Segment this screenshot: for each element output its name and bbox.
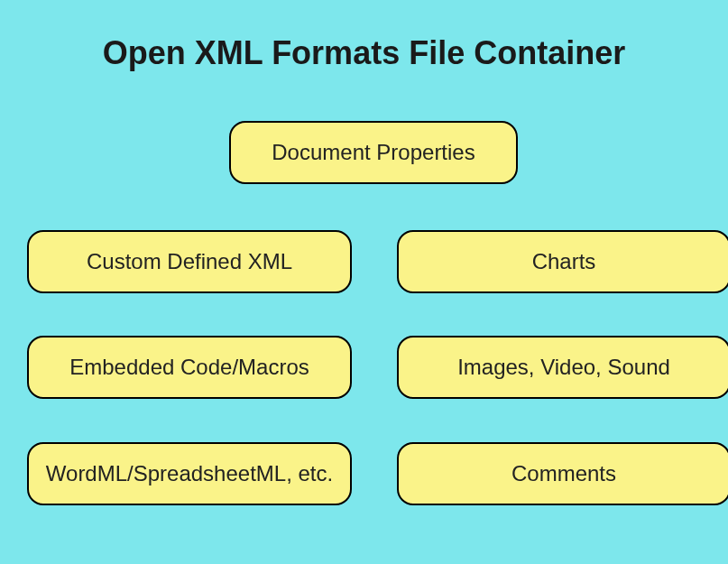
box-charts: Charts: [397, 230, 728, 293]
box-label: Custom Defined XML: [87, 249, 292, 274]
diagram-title: Open XML Formats File Container: [0, 34, 728, 72]
box-label: Images, Video, Sound: [457, 355, 670, 380]
box-wordml-spreadsheetml: WordML/SpreadsheetML, etc.: [27, 442, 352, 505]
box-images-video-sound: Images, Video, Sound: [397, 336, 728, 399]
box-embedded-code-macros: Embedded Code/Macros: [27, 336, 352, 399]
box-label: Document Properties: [272, 140, 475, 165]
box-document-properties: Document Properties: [229, 121, 518, 184]
box-label: Comments: [511, 461, 616, 486]
box-label: WordML/SpreadsheetML, etc.: [46, 461, 333, 486]
box-custom-defined-xml: Custom Defined XML: [27, 230, 352, 293]
box-label: Embedded Code/Macros: [69, 355, 309, 380]
box-label: Charts: [532, 249, 596, 274]
box-comments: Comments: [397, 442, 728, 505]
